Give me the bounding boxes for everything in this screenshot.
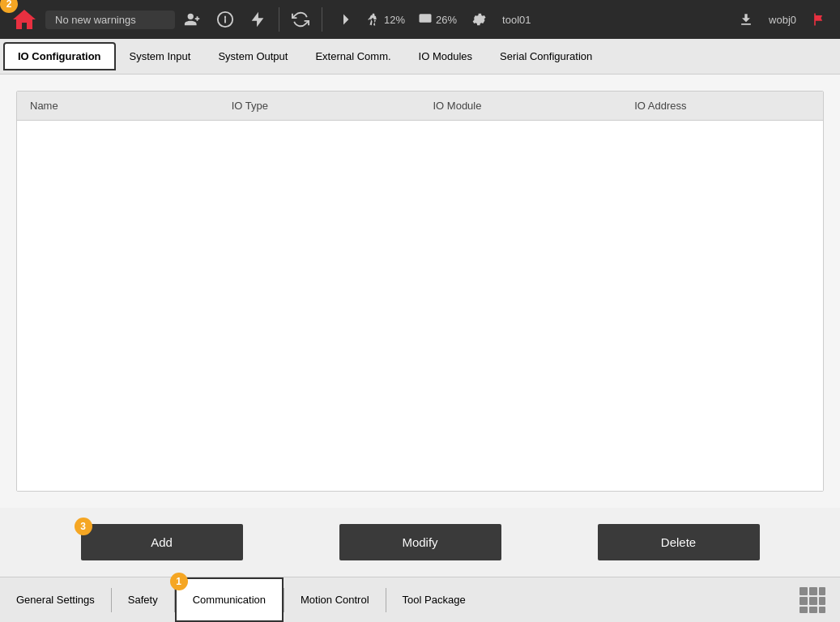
nav-motion-control[interactable]: Motion Control [284, 577, 386, 622]
svg-rect-3 [420, 14, 432, 23]
svg-marker-0 [13, 10, 36, 29]
wobj-label: wobj0 [764, 14, 801, 26]
col-io-module: IO Module [420, 92, 622, 120]
tab-system-output[interactable]: System Output [204, 43, 301, 70]
col-io-type: IO Type [219, 92, 420, 120]
main-content: Name IO Type IO Module IO Address [0, 75, 840, 508]
add-badge: 3 [75, 518, 92, 535]
col-io-address: IO Address [621, 92, 823, 120]
tab-external-comm[interactable]: External Comm. [301, 43, 404, 70]
svg-rect-10 [799, 607, 808, 613]
delete-button[interactable]: Delete [598, 524, 760, 560]
col-name: Name [17, 92, 219, 120]
bottom-nav: General Settings Safety 1 Communication … [0, 577, 840, 622]
info-icon-button[interactable] [211, 5, 240, 34]
communication-badge: 1 [170, 573, 188, 590]
svg-rect-4 [799, 587, 808, 595]
io-table: Name IO Type IO Module IO Address [16, 91, 824, 492]
svg-rect-8 [809, 597, 817, 605]
table-body [17, 121, 823, 491]
monitor-stat: 26% [413, 12, 462, 27]
nav-general-settings[interactable]: General Settings [0, 577, 111, 622]
warning-text: No new warnings [45, 11, 175, 29]
tabs-row: IO Configuration System Input System Out… [0, 39, 840, 75]
modify-button[interactable]: Modify [339, 524, 501, 560]
flag-icon-button[interactable] [804, 5, 834, 34]
svg-rect-5 [809, 587, 817, 595]
add-button[interactable]: Add [81, 524, 243, 560]
tool-label: tool01 [497, 14, 535, 26]
tab-serial-configuration[interactable]: Serial Configuration [486, 43, 606, 70]
walk-stat: 12% [361, 12, 410, 27]
separator-1 [279, 7, 279, 32]
svg-rect-6 [819, 587, 825, 595]
top-bar-right: wobj0 [731, 5, 834, 34]
nav-communication[interactable]: Communication [175, 577, 284, 622]
buttons-row: 3 Add Modify Delete [0, 508, 840, 577]
svg-rect-11 [809, 607, 817, 613]
nav-tool-package[interactable]: Tool Package [386, 577, 482, 622]
tab-io-configuration[interactable]: IO Configuration [3, 42, 116, 70]
grid-icon-button[interactable] [785, 577, 840, 622]
tab-io-modules[interactable]: IO Modules [405, 43, 486, 70]
walk-value: 12% [384, 14, 405, 26]
touch-icon-button[interactable] [178, 5, 207, 34]
download-icon-button[interactable] [731, 5, 761, 34]
top-bar: 2 No new warnings 12% 26% tool01 [0, 0, 840, 39]
add-button-wrapper: 3 Add [81, 524, 243, 560]
table-header: Name IO Type IO Module IO Address [17, 92, 823, 121]
refresh-icon-button[interactable] [286, 5, 315, 34]
settings-icon-button[interactable] [465, 5, 494, 34]
arrow-icon-button[interactable] [329, 5, 358, 34]
svg-rect-7 [799, 597, 808, 605]
monitor-value: 26% [436, 14, 457, 26]
nav-safety[interactable]: Safety [112, 577, 174, 622]
separator-2 [322, 7, 322, 32]
svg-rect-12 [819, 607, 825, 613]
flash-icon-button[interactable] [243, 5, 272, 34]
svg-rect-9 [819, 597, 825, 605]
tab-system-input[interactable]: System Input [116, 43, 205, 70]
